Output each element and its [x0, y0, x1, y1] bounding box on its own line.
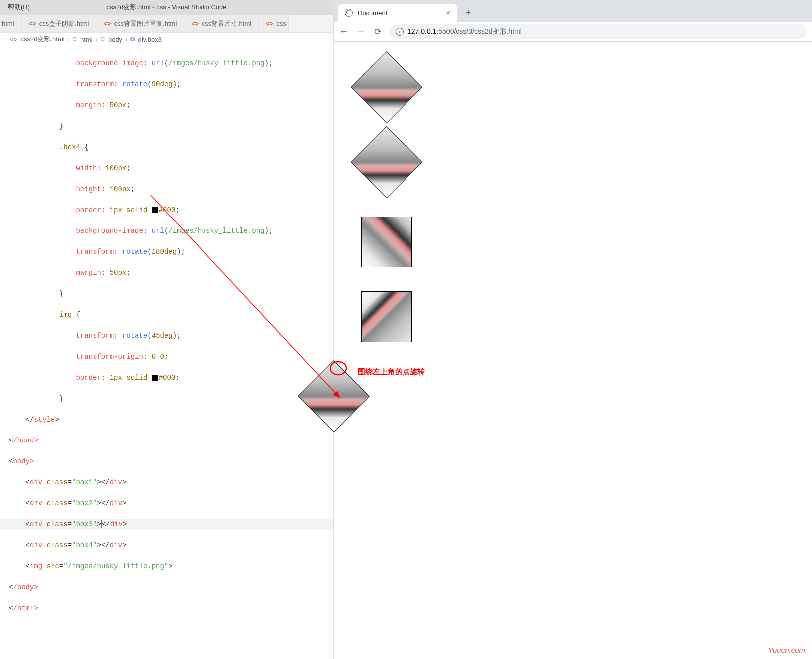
editor-tab[interactable]: <>css背景尺寸.html — [184, 15, 259, 32]
info-icon[interactable]: i — [396, 28, 404, 36]
browser-tab-strip: Document × + — [334, 0, 812, 22]
menu-help[interactable]: 帮助(H) — [4, 3, 34, 12]
back-button[interactable]: ← — [339, 26, 349, 37]
globe-icon — [345, 9, 353, 17]
watermark: Yuucn.com — [768, 646, 805, 654]
editor-tab[interactable]: html — [0, 15, 22, 32]
html-file-icon: <> — [103, 20, 111, 27]
chevron-right-icon: › — [5, 36, 7, 43]
window-title: css2d变形.html - css - Visual Studio Code — [106, 3, 226, 12]
box4-rotated — [361, 291, 412, 342]
annotation-text: 围绕左上角的点旋转 — [358, 367, 425, 377]
chevron-right-icon: › — [96, 36, 98, 43]
editor-tab[interactable]: <>css背景图片重复.html — [96, 15, 184, 32]
breadcrumbs: › <> css2d变形.html › ⧉ html › ⧉ body › ⧉ … — [0, 33, 333, 46]
browser-tab[interactable]: Document × — [338, 4, 457, 22]
color-swatch — [152, 375, 158, 381]
code-editor[interactable]: background-image: url(/imges/husky_littl… — [0, 46, 333, 659]
menu-bar: 帮助(H) css2d变形.html - css - Visual Studio… — [0, 0, 333, 15]
html-file-icon: <> — [266, 20, 273, 27]
box2-rotated — [351, 126, 422, 198]
new-tab-button[interactable]: + — [461, 6, 475, 20]
tab-title: Document — [358, 9, 387, 17]
symbol-icon: ⧉ — [130, 35, 135, 43]
browser-viewport: 围绕左上角的点旋转 — [334, 42, 812, 659]
url-text: 127.0.0.1:5500/css/3/css2d变形.html — [407, 27, 522, 36]
reload-button[interactable]: ⟳ — [373, 26, 383, 37]
tab-bar: html <>css盒子阴影.html <>css背景图片重复.html <>c… — [0, 15, 333, 33]
breadcrumb-item[interactable]: css2d变形.html — [21, 35, 65, 44]
chevron-right-icon: › — [125, 36, 127, 43]
breadcrumb-item[interactable]: div.box3 — [138, 36, 161, 43]
close-icon[interactable]: × — [446, 9, 450, 17]
browser-panel: Document × + ← → ⟳ i 127.0.0.1:5500/css/… — [334, 0, 812, 659]
color-swatch — [152, 207, 158, 213]
address-bar[interactable]: i 127.0.0.1:5500/css/3/css2d变形.html — [390, 24, 807, 39]
html-file-icon: <> — [29, 20, 36, 27]
breadcrumb-item[interactable]: html — [80, 36, 93, 43]
box1-rotated — [351, 51, 422, 123]
editor-tab[interactable]: <>css盒子阴影.html — [22, 15, 97, 32]
vscode-panel: 帮助(H) css2d变形.html - css - Visual Studio… — [0, 0, 334, 659]
chevron-right-icon: › — [68, 36, 70, 43]
box3-rotated — [361, 217, 412, 267]
symbol-icon: ⧉ — [73, 35, 77, 43]
editor-tab[interactable]: <>css — [259, 15, 289, 32]
browser-toolbar: ← → ⟳ i 127.0.0.1:5500/css/3/css2d变形.htm… — [334, 22, 812, 42]
html-file-icon: <> — [191, 20, 199, 27]
html-file-icon: <> — [10, 36, 17, 43]
forward-button[interactable]: → — [356, 26, 366, 37]
symbol-icon: ⧉ — [101, 35, 105, 43]
breadcrumb-item[interactable]: body — [108, 36, 122, 43]
